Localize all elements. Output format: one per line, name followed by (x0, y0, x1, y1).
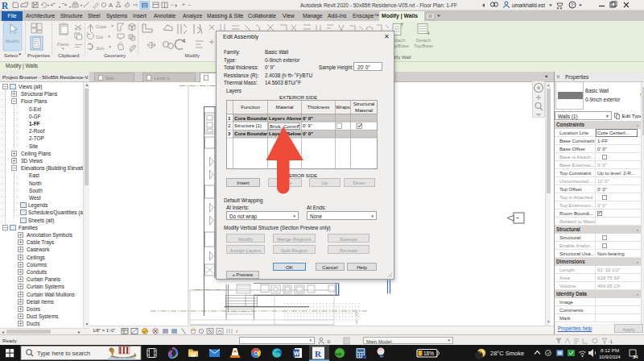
svg-text:2: 2 (228, 122, 231, 128)
svg-text:Select: Select (4, 52, 18, 58)
svg-text:10/9/2024: 10/9/2024 (599, 355, 621, 359)
svg-text::1: :1 (609, 339, 613, 344)
svg-text:Function: Function (241, 104, 260, 110)
svg-text:Join: Join (96, 46, 104, 51)
svg-text:Top/Base: Top/Base (414, 44, 433, 48)
svg-text::0: :0 (326, 339, 331, 344)
svg-text:8:12 PM: 8:12 PM (601, 347, 619, 353)
svg-text:18%: 18% (423, 351, 434, 356)
svg-text:1: 1 (228, 115, 231, 121)
svg-text:Type here to search: Type here to search (37, 350, 90, 357)
svg-text:up: up (336, 351, 342, 356)
svg-text:Geometry: Geometry (104, 52, 126, 58)
svg-text:28°C Smoke: 28°C Smoke (490, 350, 524, 357)
svg-text:Detach: Detach (416, 38, 431, 43)
svg-text:A: A (109, 2, 113, 9)
svg-text:Modify: Modify (185, 52, 200, 58)
svg-text:Cut: Cut (96, 35, 103, 39)
svg-text:Material: Material (355, 107, 373, 113)
svg-text:3: 3 (228, 131, 231, 136)
svg-text:Core Boundar: Core Boundar (234, 115, 268, 121)
svg-text:Layers Above: Layers Above (269, 115, 302, 121)
svg-text:24: 24 (633, 355, 638, 359)
svg-text:Structure [1]: Structure [1] (234, 122, 262, 128)
svg-text:Properties: Properties (27, 52, 50, 58)
svg-text:umarkhalid.est: umarkhalid.est (512, 2, 545, 8)
svg-text:Modify: Modify (6, 39, 19, 44)
svg-text:Thickness: Thickness (308, 104, 330, 110)
svg-text:0' 0": 0' 0" (303, 115, 313, 121)
svg-text:Cope: Cope (96, 24, 106, 29)
svg-text:·: · (105, 46, 107, 51)
svg-text:R: R (2, 1, 9, 10)
svg-text:‹: ‹ (236, 329, 238, 334)
svg-text:Wraps: Wraps (336, 104, 350, 110)
svg-text:·: · (105, 35, 106, 39)
svg-text:?: ? (571, 2, 574, 8)
svg-text:R: R (315, 349, 322, 359)
svg-text:Paste: Paste (57, 42, 69, 47)
svg-text:Structural: Structural (353, 101, 374, 106)
svg-text:W: W (294, 351, 299, 356)
svg-text:·: · (108, 24, 109, 29)
svg-text:Material: Material (275, 104, 293, 110)
svg-text:Clipboard: Clipboard (58, 52, 80, 58)
